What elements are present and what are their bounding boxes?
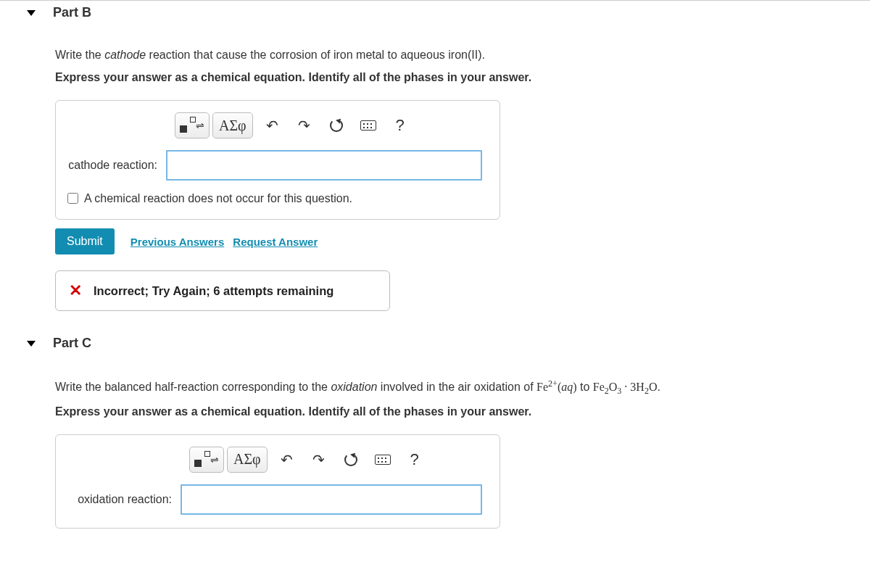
template-button[interactable]: ⇌ [175,112,210,138]
help-icon: ? [410,450,419,469]
part-b-instruction: Express your answer as a chemical equati… [55,71,870,84]
part-b-title: Part B [53,5,91,20]
greek-label: ΑΣφ [233,451,261,468]
keyboard-button[interactable] [370,447,395,472]
feedback-box-b: ✕ Incorrect; Try Again; 6 attempts remai… [55,270,390,311]
species-fe2plus: Fe2+(aq) [536,381,576,393]
no-reaction-checkbox-b[interactable] [67,193,78,204]
help-button[interactable]: ? [402,447,427,472]
part-c-title: Part C [53,336,91,351]
oxidation-reaction-label: oxidation reaction: [65,493,181,506]
species-fe2o3: Fe2O3 · 3H2O [593,381,658,393]
keyboard-button[interactable] [356,113,381,138]
submit-button-b[interactable]: Submit [55,228,115,254]
previous-answers-link-b[interactable]: Previous Answers [130,236,225,248]
greek-label: ΑΣφ [219,117,246,134]
equation-editor-b: ⇌ ΑΣφ ↶ ↷ ? [55,100,500,220]
oxidation-reaction-input[interactable] [181,484,482,515]
help-icon: ? [396,116,405,135]
reset-icon [344,453,357,466]
equation-toolbar-b: ⇌ ΑΣφ ↶ ↷ ? [175,112,491,138]
greek-button[interactable]: ΑΣφ [227,447,268,473]
cathode-reaction-label: cathode reaction: [65,159,166,172]
greek-button[interactable]: ΑΣφ [212,112,253,138]
undo-icon: ↶ [281,451,293,468]
undo-button[interactable]: ↶ [260,113,285,138]
reset-button[interactable] [324,113,349,138]
equation-toolbar-c: ⇌ ΑΣφ ↶ ↷ ? [189,447,491,473]
keyboard-icon [360,120,376,131]
template-icon [180,118,194,133]
part-c-header[interactable]: Part C [0,331,870,357]
undo-icon: ↶ [266,117,278,134]
undo-button[interactable]: ↶ [275,447,299,472]
redo-icon: ↷ [298,117,310,134]
part-b-prompt: Write the cathode reaction that cause th… [55,46,870,64]
help-button[interactable]: ? [388,113,413,138]
redo-icon: ↷ [312,451,325,468]
feedback-text-b: Incorrect; Try Again; 6 attempts remaini… [94,284,334,298]
reset-button[interactable] [339,447,363,472]
part-c-prompt: Write the balanced half-reaction corresp… [55,377,870,398]
part-c-content: Write the balanced half-reaction corresp… [0,357,870,529]
part-c-instruction: Express your answer as a chemical equati… [55,405,870,418]
equation-editor-c: ⇌ ΑΣφ ↶ ↷ ? [55,434,500,529]
collapse-toggle-icon[interactable] [27,10,36,16]
keyboard-icon [375,455,391,465]
part-b-header[interactable]: Part B [0,0,870,26]
template-icon [194,452,209,467]
no-reaction-label-b: A chemical reaction does not occur for t… [84,192,352,205]
reset-icon [330,119,343,132]
template-button[interactable]: ⇌ [189,447,224,473]
incorrect-icon: ✕ [69,281,82,300]
collapse-toggle-icon[interactable] [27,341,36,347]
redo-button[interactable]: ↷ [307,447,331,472]
cathode-reaction-input[interactable] [166,150,482,181]
redo-button[interactable]: ↷ [292,113,317,138]
chevron-icon: ⇌ [196,120,204,131]
part-b-content: Write the cathode reaction that cause th… [0,26,870,331]
request-answer-link-b[interactable]: Request Answer [233,236,318,248]
chevron-icon: ⇌ [210,454,219,465]
